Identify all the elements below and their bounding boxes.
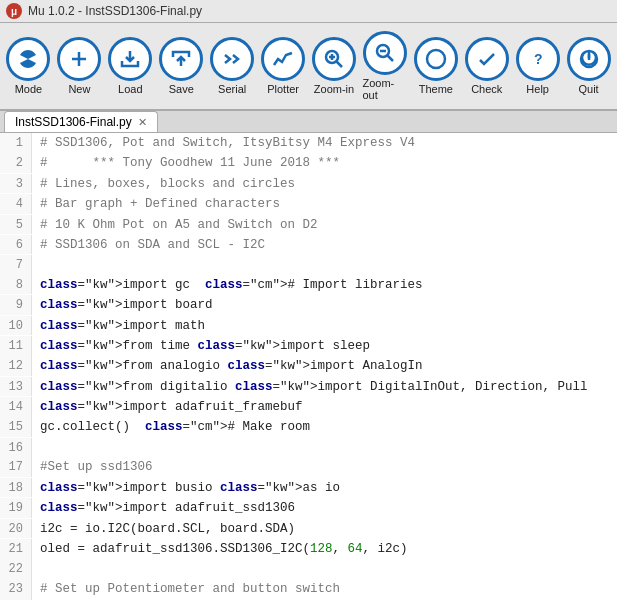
line-number: 11	[0, 336, 32, 356]
line-content: class="kw">import math	[32, 316, 205, 336]
line-number: 23	[0, 579, 32, 599]
line-number: 5	[0, 215, 32, 235]
quit-button[interactable]: Quit	[564, 35, 613, 97]
plotter-button[interactable]: Plotter	[259, 35, 308, 97]
tab-close-button[interactable]: ✕	[138, 116, 147, 129]
check-icon	[465, 37, 509, 81]
line-content: # 10 K Ohm Pot on A5 and Switch on D2	[32, 215, 318, 235]
line-content: class="kw">from analogio class="kw">impo…	[32, 356, 423, 376]
tab-filename: InstSSD1306-Final.py	[15, 115, 132, 129]
table-row: 6# SSD1306 on SDA and SCL - I2C	[0, 235, 617, 255]
zoom-out-button[interactable]: Zoom-out	[360, 29, 409, 103]
theme-icon	[414, 37, 458, 81]
line-number: 8	[0, 275, 32, 295]
line-content: class="kw">from digitalio class="kw">imp…	[32, 377, 588, 397]
line-number: 12	[0, 356, 32, 376]
save-label: Save	[169, 83, 194, 95]
table-row: 3# Lines, boxes, blocks and circles	[0, 174, 617, 194]
plotter-icon	[261, 37, 305, 81]
check-button[interactable]: Check	[462, 35, 511, 97]
mode-label: Mode	[15, 83, 43, 95]
serial-label: Serial	[218, 83, 246, 95]
svg-line-5	[336, 62, 342, 68]
line-number: 7	[0, 255, 32, 275]
file-tab[interactable]: InstSSD1306-Final.py ✕	[4, 111, 158, 132]
table-row: 16	[0, 438, 617, 458]
new-button[interactable]: New	[55, 35, 104, 97]
load-button[interactable]: Load	[106, 35, 155, 97]
line-content: class="kw">from time class="kw">import s…	[32, 336, 370, 356]
table-row: 11class="kw">from time class="kw">import…	[0, 336, 617, 356]
line-content: # *** Tony Goodhew 11 June 2018 ***	[32, 153, 340, 173]
theme-button[interactable]: Theme	[411, 35, 460, 97]
table-row: 18class="kw">import busio class="kw">as …	[0, 478, 617, 498]
quit-icon	[567, 37, 611, 81]
mode-button[interactable]: Mode	[4, 35, 53, 97]
table-row: 8class="kw">import gc class="cm"># Impor…	[0, 275, 617, 295]
line-number: 15	[0, 417, 32, 437]
line-content: # SSD1306, Pot and Switch, ItsyBitsy M4 …	[32, 133, 415, 153]
zoom-in-button[interactable]: Zoom-in	[310, 35, 359, 97]
line-content	[32, 255, 40, 256]
line-number: 10	[0, 316, 32, 336]
line-content: class="kw">import board	[32, 295, 213, 315]
line-content: # Lines, boxes, blocks and circles	[32, 174, 295, 194]
line-number: 3	[0, 174, 32, 194]
table-row: 13class="kw">from digitalio class="kw">i…	[0, 377, 617, 397]
line-number: 4	[0, 194, 32, 214]
zoom-out-icon	[363, 31, 407, 75]
window-title: Mu 1.0.2 - InstSSD1306-Final.py	[28, 4, 202, 18]
line-content: class="kw">import busio class="kw">as io	[32, 478, 340, 498]
line-number: 2	[0, 153, 32, 173]
line-number: 20	[0, 519, 32, 539]
table-row: 23# Set up Potentiometer and button swit…	[0, 579, 617, 599]
theme-label: Theme	[419, 83, 453, 95]
load-label: Load	[118, 83, 142, 95]
save-button[interactable]: Save	[157, 35, 206, 97]
line-number: 21	[0, 539, 32, 559]
line-content: class="kw">import gc class="cm"># Import…	[32, 275, 423, 295]
table-row: 12class="kw">from analogio class="kw">im…	[0, 356, 617, 376]
zoom-out-label: Zoom-out	[362, 77, 407, 101]
table-row: 14class="kw">import adafruit_framebuf	[0, 397, 617, 417]
serial-button[interactable]: Serial	[208, 35, 257, 97]
line-content: class="kw">import adafruit_framebuf	[32, 397, 303, 417]
serial-icon	[210, 37, 254, 81]
line-content: class="kw">import adafruit_ssd1306	[32, 498, 295, 518]
table-row: 10class="kw">import math	[0, 316, 617, 336]
check-label: Check	[471, 83, 502, 95]
line-content: # Bar graph + Defined characters	[32, 194, 280, 214]
table-row: 5# 10 K Ohm Pot on A5 and Switch on D2	[0, 215, 617, 235]
table-row: 22	[0, 559, 617, 579]
load-icon	[108, 37, 152, 81]
table-row: 1# SSD1306, Pot and Switch, ItsyBitsy M4…	[0, 133, 617, 153]
line-number: 16	[0, 438, 32, 458]
table-row: 15gc.collect() class="cm"># Make room	[0, 417, 617, 437]
zoom-in-icon	[312, 37, 356, 81]
line-number: 18	[0, 478, 32, 498]
new-label: New	[68, 83, 90, 95]
app-icon: μ	[6, 3, 22, 19]
line-content: #Set up ssd1306	[32, 457, 153, 477]
table-row: 9class="kw">import board	[0, 295, 617, 315]
tab-bar: InstSSD1306-Final.py ✕	[0, 111, 617, 133]
table-row: 2# *** Tony Goodhew 11 June 2018 ***	[0, 153, 617, 173]
table-row: 20i2c = io.I2C(board.SCL, board.SDA)	[0, 519, 617, 539]
line-number: 17	[0, 457, 32, 477]
code-editor[interactable]: 1# SSD1306, Pot and Switch, ItsyBitsy M4…	[0, 133, 617, 600]
new-icon	[57, 37, 101, 81]
svg-line-9	[387, 56, 393, 62]
line-number: 14	[0, 397, 32, 417]
line-content	[32, 559, 40, 560]
plotter-label: Plotter	[267, 83, 299, 95]
line-content: gc.collect() class="cm"># Make room	[32, 417, 310, 437]
line-number: 6	[0, 235, 32, 255]
line-number: 13	[0, 377, 32, 397]
table-row: 21oled = adafruit_ssd1306.SSD1306_I2C(12…	[0, 539, 617, 559]
title-bar: μ Mu 1.0.2 - InstSSD1306-Final.py	[0, 0, 617, 23]
toolbar: Mode New Load	[0, 23, 617, 111]
mode-icon	[6, 37, 50, 81]
help-icon: ?	[516, 37, 560, 81]
help-button[interactable]: ? Help	[513, 35, 562, 97]
line-number: 1	[0, 133, 32, 153]
